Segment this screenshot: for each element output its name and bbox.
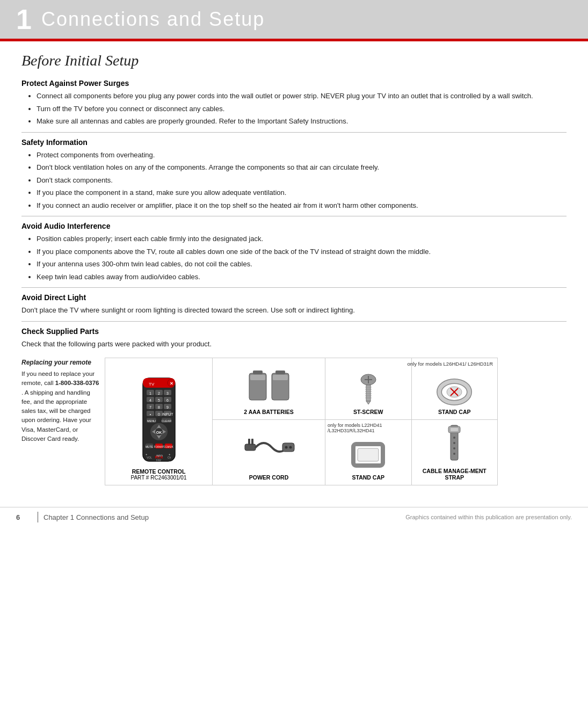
section-heading-safety: Safety Information	[21, 138, 567, 147]
part-standcap-top: STAND CAP	[412, 358, 498, 419]
standcap-bottom-label: STAND CAP	[352, 474, 384, 481]
svg-text:9: 9	[166, 405, 169, 409]
svg-text:4: 4	[149, 398, 151, 402]
part-row1-right: only for models L26HD41/ L26HD31R	[325, 358, 497, 420]
section-heading-light: Avoid Direct Light	[21, 293, 567, 302]
footer-note: Graphics contained within this publicati…	[405, 514, 572, 520]
svg-text:3: 3	[166, 391, 169, 395]
footer-page-number: 6	[16, 513, 32, 521]
avoid-light-text: Don't place the TV where sunlight or roo…	[21, 305, 567, 316]
audio-item-2: If you place components above the TV, ro…	[37, 246, 567, 257]
svg-rect-79	[251, 439, 253, 445]
safety-item-1: Protect components from overheating.	[37, 150, 567, 161]
chapter-number: 1	[16, 5, 32, 33]
svg-marker-71	[366, 401, 371, 404]
main-content: Before Initial Setup Protect Against Pow…	[0, 41, 588, 496]
screw-image	[355, 373, 382, 405]
svg-text:5: 5	[158, 398, 160, 402]
svg-text:−: −	[146, 460, 148, 463]
svg-text:−: −	[169, 460, 171, 463]
svg-point-90	[453, 447, 455, 449]
part-cablestrap: CABLE MANAGE-MENT STRAP	[412, 420, 498, 485]
cablestrap-image	[441, 424, 468, 464]
standcap-bottom-note: only for models L22HD41 /L32HD31R/L32HD4…	[328, 423, 409, 433]
svg-text:FORMAT: FORMAT	[154, 446, 164, 448]
svg-text:MUTE: MUTE	[145, 445, 153, 448]
section-heading-protect: Protect Against Power Surges	[21, 79, 567, 88]
svg-rect-60	[273, 375, 288, 380]
sidebar-note: Replacing your remote If you need to rep…	[21, 358, 105, 444]
svg-text:CGMS/K: CGMS/K	[164, 446, 173, 448]
sidebar-suffix: . A shipping and handling fee, and the a…	[21, 389, 91, 442]
part-row2-right: only for models L22HD41 /L32HD31R/L32HD4…	[325, 420, 497, 485]
svg-rect-87	[451, 428, 458, 431]
parts-grid: Replacing your remote If you need to rep…	[21, 358, 567, 485]
sidebar-title: Replacing your remote	[21, 358, 99, 367]
part-screw: ST-SCREW	[325, 358, 412, 419]
divider-3	[21, 287, 567, 288]
protect-list: Connect all components before you plug a…	[37, 91, 567, 127]
section-heading-audio: Avoid Audio Interference	[21, 222, 567, 230]
svg-point-81	[285, 446, 287, 449]
divider-1	[21, 132, 567, 133]
screw-label: ST-SCREW	[353, 409, 383, 415]
cablestrap-label: CABLE MANAGE-MENT STRAP	[415, 468, 495, 481]
safety-item-5: If you connect an audio receiver or ampl…	[37, 200, 567, 211]
parts-intro-text: Check that the following parts were pack…	[21, 339, 567, 350]
svg-text:VOL: VOL	[147, 456, 152, 459]
powercord-image	[242, 428, 296, 471]
protect-item-2: Turn off the TV before you connect or di…	[37, 104, 567, 114]
svg-text:CLEAR: CLEAR	[161, 419, 171, 423]
svg-text:✕: ✕	[170, 381, 173, 386]
safety-list: Protect components from overheating. Don…	[37, 150, 567, 211]
svg-text:OK: OK	[156, 431, 162, 434]
svg-rect-59	[275, 371, 285, 374]
svg-point-82	[289, 446, 292, 449]
part-standcap-bottom: only for models L22HD41 /L32HD31R/L32HD4…	[325, 420, 412, 485]
svg-text:INPUT: INPUT	[162, 412, 173, 416]
divider-4	[21, 321, 567, 322]
svg-text:7: 7	[149, 405, 151, 409]
standcap-bottom-image	[351, 436, 386, 471]
svg-text:1: 1	[149, 391, 151, 395]
part-powercord: POWER CORD	[213, 420, 325, 485]
svg-rect-78	[248, 439, 250, 445]
svg-text:8: 8	[158, 405, 160, 409]
safety-item-2: Don't block ventilation holes on any of …	[37, 162, 567, 173]
safety-item-4: If you place the component in a stand, m…	[37, 187, 567, 198]
standcap-top-label: STAND CAP	[438, 409, 470, 415]
powercord-label: POWER CORD	[249, 474, 289, 481]
standcap-top-image	[435, 373, 473, 405]
safety-item-3: Don't stack components.	[37, 175, 567, 186]
svg-point-88	[453, 437, 455, 439]
svg-rect-80	[282, 443, 294, 452]
audio-item-1: Position cables properly; insert each ca…	[37, 234, 567, 244]
svg-rect-57	[250, 375, 265, 380]
svg-text:0: 0	[158, 412, 160, 416]
divider-2	[21, 216, 567, 216]
audio-item-3: If your antenna uses 300-ohm twin lead c…	[37, 259, 567, 270]
svg-text:2: 2	[158, 391, 160, 395]
audio-list: Position cables properly; insert each ca…	[37, 234, 567, 282]
svg-text:Ch: Ch	[168, 456, 171, 459]
footer-chapter-label: Chapter 1 Connections and Setup	[43, 513, 405, 521]
svg-text:TV: TV	[149, 382, 155, 387]
svg-rect-77	[245, 444, 256, 451]
batteries-label: 2 AAA BATTERIES	[244, 409, 293, 415]
protect-item-1: Connect all components before you plug a…	[37, 91, 567, 101]
section-italic-title: Before Initial Setup	[21, 52, 567, 69]
svg-rect-56	[253, 371, 263, 374]
svg-text:6: 6	[166, 398, 169, 402]
batteries-image	[245, 365, 293, 405]
chapter-title: Connections and Setup	[41, 8, 265, 31]
svg-rect-64	[366, 385, 371, 401]
remote-label: REMOTE CONTROL	[132, 468, 186, 475]
svg-point-91	[453, 453, 455, 455]
page-footer: 6 Chapter 1 Connections and Setup Graphi…	[0, 507, 588, 527]
parts-cells: TV ✕ 1 2 3 4 5 6	[105, 358, 498, 485]
audio-item-4: Keep twin lead cables away from audio/vi…	[37, 272, 567, 282]
footer-divider	[38, 512, 38, 522]
protect-item-3: Make sure all antennas and cables are pr…	[37, 116, 567, 127]
screw-note: only for models L26HD41/ L26HD31R	[330, 361, 493, 367]
sidebar-phone: 1-800-338-0376	[55, 380, 99, 386]
